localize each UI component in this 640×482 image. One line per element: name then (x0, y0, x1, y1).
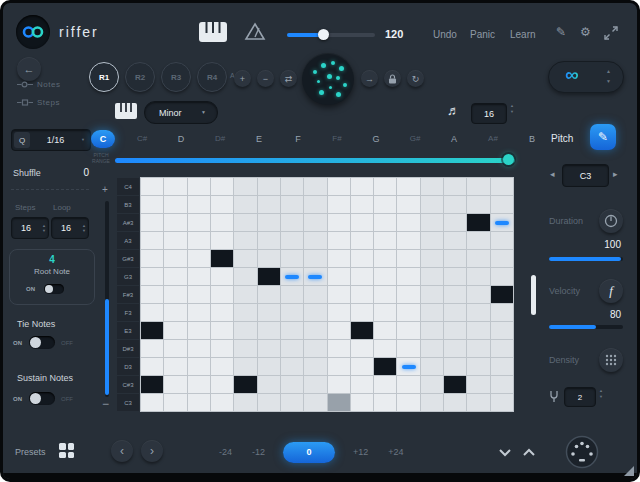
infinite-down-icon[interactable]: ▼ (606, 79, 611, 84)
grid-cell[interactable] (211, 178, 233, 195)
step-down-icon[interactable]: ▼ (599, 395, 603, 399)
grid-cell[interactable] (188, 376, 210, 393)
steps-view-toggle[interactable]: Steps (17, 98, 60, 107)
grid-cell[interactable] (328, 232, 350, 249)
note-name-cs[interactable]: C# (130, 130, 154, 148)
note-next-icon[interactable]: ▸ (613, 169, 618, 179)
grid-cell[interactable] (234, 340, 256, 357)
grid-cell[interactable] (491, 250, 513, 267)
grid-cell[interactable] (491, 286, 513, 303)
grid-cell[interactable] (491, 358, 513, 375)
grid-cell[interactable] (397, 304, 419, 321)
grid-cell[interactable] (374, 394, 396, 411)
grid-cell[interactable] (351, 178, 373, 195)
tie-notes-toggle[interactable] (29, 336, 55, 349)
grid-cell[interactable] (281, 304, 303, 321)
grid-cell[interactable] (491, 304, 513, 321)
grid-cell[interactable] (351, 340, 373, 357)
grid-cell[interactable] (351, 214, 373, 231)
root-note-toggle[interactable] (44, 284, 64, 294)
presets-button[interactable] (59, 443, 74, 458)
note-name-g[interactable]: G (364, 130, 388, 148)
grid-cell[interactable] (164, 322, 186, 339)
notes-view-toggle[interactable]: Notes (17, 80, 60, 89)
grid-cell[interactable] (281, 232, 303, 249)
grid-cell[interactable] (211, 232, 233, 249)
grid-cell[interactable] (234, 250, 256, 267)
grid-cell[interactable] (141, 268, 163, 285)
note-name-d[interactable]: D (169, 130, 193, 148)
grid-cell[interactable] (234, 376, 256, 393)
grid-cell[interactable] (304, 340, 326, 357)
grid-cell[interactable] (164, 358, 186, 375)
grid-cell[interactable] (374, 232, 396, 249)
velocity-marker[interactable] (495, 221, 509, 225)
grid-cell[interactable] (211, 340, 233, 357)
grid-cell[interactable] (211, 268, 233, 285)
grid-cell[interactable] (351, 250, 373, 267)
grid-cell[interactable] (328, 268, 350, 285)
grid-cell[interactable] (234, 178, 256, 195)
grid-cell[interactable] (188, 304, 210, 321)
grid-cell[interactable] (421, 358, 443, 375)
scale-select[interactable]: Minor ▼ (144, 101, 218, 124)
grid-cell[interactable] (188, 178, 210, 195)
riff-slot-r2[interactable]: R2 (125, 62, 155, 92)
grid-cell[interactable] (467, 322, 489, 339)
grid-cell[interactable] (211, 214, 233, 231)
midi-button[interactable] (565, 435, 599, 473)
grid-cell[interactable] (351, 286, 373, 303)
grid-cell[interactable] (491, 340, 513, 357)
lock-button[interactable] (384, 70, 401, 87)
grid-cell[interactable] (141, 232, 163, 249)
velocity-marker[interactable] (402, 365, 416, 369)
grid-cell[interactable] (467, 340, 489, 357)
metronome-button[interactable] (244, 22, 266, 46)
note-name-fs[interactable]: F# (325, 130, 349, 148)
grid-cell[interactable] (351, 376, 373, 393)
grid-cell[interactable] (397, 322, 419, 339)
note-count-box[interactable]: 16 (471, 103, 507, 124)
grid-scrollbar[interactable] (531, 275, 536, 315)
grid-cell[interactable] (211, 322, 233, 339)
grid-cell[interactable] (328, 250, 350, 267)
grid-cell[interactable] (421, 214, 443, 231)
grid-cell[interactable] (374, 196, 396, 213)
grid-cell[interactable] (374, 178, 396, 195)
grid-cell[interactable] (467, 286, 489, 303)
grid-cell[interactable] (328, 178, 350, 195)
pitch-edit-button[interactable]: ✎ (590, 124, 616, 150)
grid-cell[interactable] (141, 250, 163, 267)
grid-cell[interactable] (397, 178, 419, 195)
swap-button[interactable]: ⇄ (280, 70, 297, 87)
regenerate-button[interactable]: ↻ (407, 70, 424, 87)
grid-cell[interactable] (467, 268, 489, 285)
grid-cell[interactable] (141, 340, 163, 357)
grid-cell[interactable] (328, 340, 350, 357)
grid-cell[interactable] (281, 322, 303, 339)
grid-cell[interactable] (328, 322, 350, 339)
grid-cell[interactable] (328, 214, 350, 231)
grid-cell[interactable] (374, 304, 396, 321)
grid-cell[interactable] (258, 178, 280, 195)
grid-cell[interactable] (328, 286, 350, 303)
note-name-as[interactable]: A# (481, 130, 505, 148)
grid-cell[interactable] (211, 358, 233, 375)
velocity-marker[interactable] (285, 275, 299, 279)
grid-cell[interactable] (467, 304, 489, 321)
grid-cell[interactable] (328, 304, 350, 321)
grid-cell[interactable] (491, 376, 513, 393)
grid-cell[interactable] (281, 250, 303, 267)
grid-cell[interactable] (467, 358, 489, 375)
grid-cell[interactable] (211, 250, 233, 267)
note-name-c[interactable]: C (91, 130, 115, 148)
grid-cell[interactable] (444, 394, 466, 411)
grid-cell[interactable] (304, 214, 326, 231)
grid-cell[interactable] (211, 286, 233, 303)
grid-cell[interactable] (444, 358, 466, 375)
grid-cell[interactable] (304, 196, 326, 213)
grid-cell[interactable] (351, 268, 373, 285)
grid-cell[interactable] (188, 268, 210, 285)
expand-button[interactable] (604, 26, 618, 44)
move-right-button[interactable]: → (361, 70, 378, 87)
